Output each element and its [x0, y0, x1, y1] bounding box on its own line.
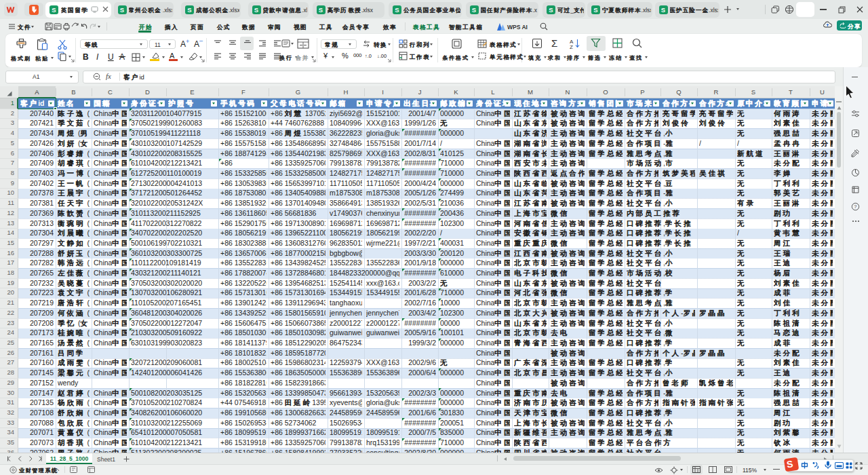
svg-text:?: ?	[854, 204, 856, 210]
